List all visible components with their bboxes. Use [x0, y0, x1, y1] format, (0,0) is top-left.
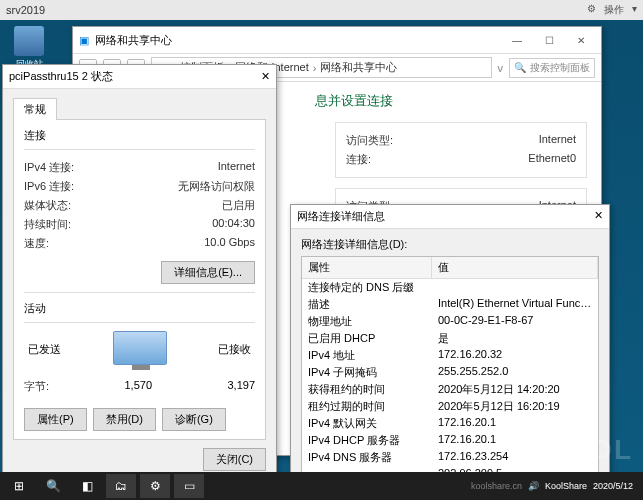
connection-status-dialog: pciPassthru15 2 状态 ✕ 常规 连接 IPv4 连接:Inter… [2, 64, 277, 478]
clock[interactable]: 2020/5/12 [593, 481, 633, 491]
watermark: KOOL [544, 434, 633, 466]
details-row[interactable]: 描述Intel(R) Ethernet Virtual Function 700… [302, 296, 598, 313]
details-row[interactable]: 连接特定的 DNS 后缀 [302, 279, 598, 296]
maximize-button[interactable]: ☐ [535, 31, 563, 49]
details-row[interactable]: IPv4 子网掩码255.255.252.0 [302, 364, 598, 381]
taskbar: ⊞ 🔍 ◧ 🗂 ⚙ ▭ koolshare.cn 🔊 KoolShare 202… [0, 472, 643, 500]
desktop: 回收站 442... ▣ 网络和共享中心 — ☐ ✕ ◄ ► ▲ ▣ › [0, 20, 643, 500]
koolshare-label: KoolShare [545, 481, 587, 491]
section-activity: 活动 [24, 301, 255, 316]
details-row[interactable]: 物理地址00-0C-29-E1-F8-67 [302, 313, 598, 330]
system-tray[interactable]: koolshare.cn 🔊 KoolShare 2020/5/12 [471, 481, 639, 491]
shield-icon: ▣ [79, 34, 89, 47]
ops-label[interactable]: 操作 [604, 3, 624, 17]
properties-button[interactable]: 属性(P) [24, 408, 87, 431]
search-button[interactable]: 🔍 [38, 474, 68, 498]
details-row[interactable]: IPv4 地址172.16.20.32 [302, 347, 598, 364]
sent-label: 已发送 [28, 342, 61, 357]
col-value[interactable]: 值 [432, 257, 598, 278]
ethernet0-link[interactable]: Ethernet0 [528, 152, 576, 167]
status-row: 媒体状态:已启用 [24, 196, 255, 215]
koolshare-url: koolshare.cn [471, 481, 522, 491]
dialog-title: pciPassthru15 2 状态 [9, 69, 113, 84]
remote-titlebar: srv2019 ⚙ 操作 ▾ [0, 0, 643, 20]
status-row: IPv6 连接:无网络访问权限 [24, 177, 255, 196]
gear-icon[interactable]: ⚙ [587, 3, 596, 17]
bytes-sent: 1,570 [49, 379, 227, 394]
activity-icon [113, 331, 167, 365]
details-row[interactable]: IPv4 默认网关172.16.20.1 [302, 415, 598, 432]
page-title: 息并设置连接 [315, 92, 587, 110]
bytes-recv: 3,197 [227, 379, 255, 394]
diagnose-button[interactable]: 诊断(G) [162, 408, 226, 431]
details-button[interactable]: 详细信息(E)... [161, 261, 255, 284]
network-box-1: 访问类型:Internet 连接:Ethernet0 [335, 122, 587, 178]
status-row: IPv4 连接:Internet [24, 158, 255, 177]
details-row[interactable]: 获得租约的时间2020年5月12日 14:20:20 [302, 381, 598, 398]
window-taskbar-icon[interactable]: ▭ [174, 474, 204, 498]
status-row: 速度:10.0 Gbps [24, 234, 255, 253]
close-icon[interactable]: ✕ [261, 70, 270, 83]
section-connection: 连接 [24, 128, 255, 143]
tab-general[interactable]: 常规 [13, 98, 57, 120]
start-button[interactable]: ⊞ [4, 474, 34, 498]
recv-label: 已接收 [218, 342, 251, 357]
dialog-title: 网络连接详细信息 [297, 209, 385, 224]
close-icon[interactable]: ✕ [594, 209, 603, 224]
chevron-down-icon[interactable]: ▾ [632, 3, 637, 17]
status-row: 持续时间:00:04:30 [24, 215, 255, 234]
settings-taskbar-icon[interactable]: ⚙ [140, 474, 170, 498]
close-button[interactable]: 关闭(C) [203, 448, 266, 471]
close-button[interactable]: ✕ [567, 31, 595, 49]
taskview-button[interactable]: ◧ [72, 474, 102, 498]
search-icon: 🔍 [514, 62, 526, 73]
details-row[interactable]: 租约过期的时间2020年5月12日 16:20:19 [302, 398, 598, 415]
search-input[interactable]: 🔍 搜索控制面板 [509, 58, 595, 78]
details-label: 网络连接详细信息(D): [301, 237, 599, 252]
explorer-taskbar-icon[interactable]: 🗂 [106, 474, 136, 498]
disable-button[interactable]: 禁用(D) [93, 408, 156, 431]
details-row[interactable]: 已启用 DHCP是 [302, 330, 598, 347]
col-property[interactable]: 属性 [302, 257, 432, 278]
remote-title: srv2019 [6, 4, 45, 16]
window-title: 网络和共享中心 [95, 33, 172, 48]
minimize-button[interactable]: — [503, 31, 531, 49]
